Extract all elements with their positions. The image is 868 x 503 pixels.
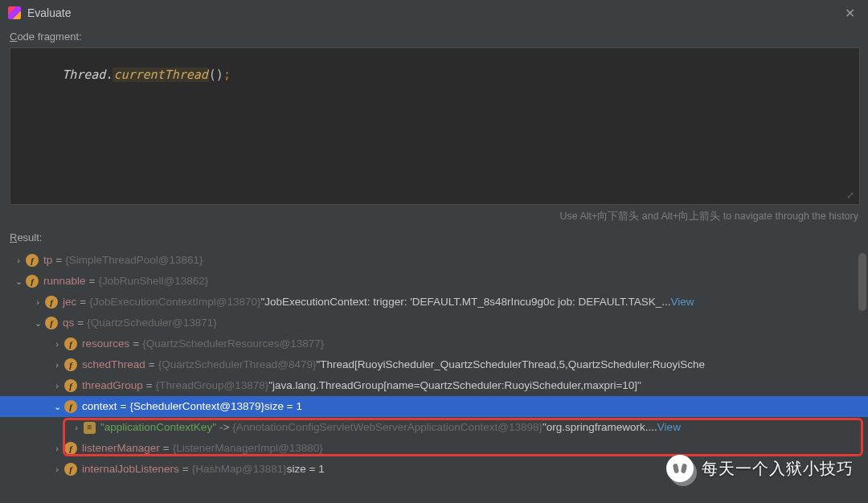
code-token-semicolon: ; (223, 67, 231, 82)
code-fragment-input[interactable]: Thread.currentThread(); ⤢ (10, 47, 860, 205)
object-ref: {SchedulerContext@13879} (129, 401, 264, 412)
chevron-right-icon[interactable]: › (31, 298, 45, 307)
tree-row-context[interactable]: ⌄fcontext = {SchedulerContext@13879} siz… (0, 396, 868, 417)
field-icon: f (64, 463, 77, 476)
object-ref: {JobExecutionContextImpl@13870} (89, 296, 260, 308)
chevron-down-icon[interactable]: ⌄ (31, 319, 45, 328)
tree-row-runnable[interactable]: ⌄frunnable = {JobRunShell@13862} (0, 271, 868, 292)
var-name: context (82, 401, 117, 412)
titlebar: Evaluate ✕ (0, 0, 868, 26)
tree-row-jec[interactable]: ›fjec = {JobExecutionContextImpl@13870} … (0, 292, 868, 313)
result-tree[interactable]: ›ftp = {SimpleThreadPool@13861}⌄frunnabl… (0, 250, 868, 485)
code-token-type: Thread (62, 67, 105, 82)
chevron-down-icon[interactable]: ⌄ (50, 403, 64, 411)
tree-row-schedThread[interactable]: ›fschedThread = {QuartzSchedulerThread@8… (0, 354, 868, 375)
field-icon: f (64, 337, 77, 350)
equals: = (179, 464, 192, 475)
tree-row-internalJobListeners[interactable]: ›finternalJobListeners = {HashMap@13881}… (0, 459, 868, 480)
tree-row-threadGroup[interactable]: ›fthreadGroup = {ThreadGroup@13878} "jav… (0, 375, 868, 396)
value-string: "java.lang.ThreadGroup[name=QuartzSchedu… (268, 380, 641, 391)
equals: = (86, 276, 99, 287)
field-icon: f (26, 275, 39, 288)
field-icon: f (64, 358, 77, 371)
tree-row-qs[interactable]: ⌄fqs = {QuartzScheduler@13871} (0, 313, 868, 333)
equals: = (143, 380, 156, 391)
window-title: Evaluate (27, 6, 840, 19)
code-token-parens: () (209, 67, 223, 82)
chevron-right-icon[interactable]: › (69, 423, 84, 432)
object-ref: {ThreadGroup@13878} (156, 380, 269, 391)
field-icon: f (64, 442, 77, 455)
size-label: size = 1 (264, 401, 302, 412)
view-link[interactable]: View (657, 422, 681, 433)
chevron-down-icon[interactable]: ⌄ (11, 277, 26, 286)
var-name: threadGroup (82, 380, 143, 391)
chevron-right-icon[interactable]: › (50, 382, 64, 391)
field-icon: f (26, 254, 39, 267)
equals: = (129, 338, 142, 350)
code-token-method: currentThread (113, 67, 208, 82)
var-name: listenerManager (82, 443, 160, 454)
chevron-right-icon[interactable]: › (50, 361, 64, 370)
chevron-right-icon[interactable]: › (50, 465, 64, 474)
view-link[interactable]: View (671, 296, 694, 308)
equals: = (52, 255, 65, 266)
value-string: "JobExecutionContext: trigger: 'DEFAULT.… (261, 296, 671, 308)
object-ref: {JobRunShell@13862} (98, 276, 208, 287)
chevron-right-icon[interactable]: › (50, 444, 64, 453)
chevron-right-icon[interactable]: › (11, 256, 26, 265)
tree-row-tp[interactable]: ›ftp = {SimpleThreadPool@13861} (0, 250, 868, 271)
tree-row-resources[interactable]: ›fresources = {QuartzSchedulerResources@… (0, 333, 868, 354)
code-fragment-label: Code fragment: (0, 26, 868, 47)
size-label: size = 1 (287, 464, 325, 475)
history-hint: Use Alt+向下箭头 and Alt+向上箭头 to navigate th… (0, 205, 868, 227)
equals: = (117, 401, 130, 412)
tree-scrollbar[interactable] (858, 250, 866, 485)
chevron-right-icon[interactable]: › (50, 340, 64, 349)
evaluate-window: Evaluate ✕ Code fragment: Thread.current… (0, 0, 868, 503)
map-arrow: -> (216, 422, 232, 433)
var-name: schedThread (82, 359, 145, 370)
equals: = (145, 359, 158, 370)
code-line: Thread.currentThread(); (18, 53, 851, 96)
field-icon: f (45, 317, 58, 329)
map-entry-icon: ≡ (84, 422, 96, 434)
tree-map-entry[interactable]: ›≡"applicationContextKey" -> {Annotation… (0, 417, 868, 438)
var-name: resources (82, 338, 129, 350)
object-ref: {HashMap@13881} (192, 464, 287, 475)
object-ref: {QuartzSchedulerThread@8479} (158, 359, 317, 370)
var-name: runnable (43, 276, 86, 287)
var-name: tp (43, 255, 52, 266)
value-string: "Thread[RuoyiScheduler_QuartzSchedulerTh… (317, 359, 706, 370)
object-ref: {AnnotationConfigServletWebServerApplica… (232, 422, 542, 433)
result-label: Result: (0, 227, 868, 248)
var-name: qs (63, 317, 74, 329)
object-ref: {SimpleThreadPool@13861} (65, 255, 203, 266)
scrollbar-thumb[interactable] (858, 253, 866, 311)
app-icon (8, 6, 21, 19)
equals: = (76, 296, 89, 308)
field-icon: f (64, 379, 77, 392)
value-string: "org.springframework.... (542, 422, 657, 433)
var-name: internalJobListeners (82, 464, 179, 475)
field-icon: f (64, 400, 77, 413)
map-key: "applicationContextKey" (100, 422, 216, 433)
object-ref: {QuartzScheduler@13871} (87, 317, 217, 329)
var-name: jec (63, 296, 76, 308)
tree-row-listenerManager[interactable]: ›flistenerManager = {ListenerManagerImpl… (0, 438, 868, 459)
equals: = (74, 317, 87, 329)
object-ref: {ListenerManagerImpl@13880} (173, 443, 323, 454)
object-ref: {QuartzSchedulerResources@13877} (142, 338, 324, 350)
expand-icon[interactable]: ⤢ (846, 190, 854, 201)
field-icon: f (45, 296, 58, 309)
equals: = (160, 443, 173, 454)
close-icon[interactable]: ✕ (840, 6, 860, 21)
